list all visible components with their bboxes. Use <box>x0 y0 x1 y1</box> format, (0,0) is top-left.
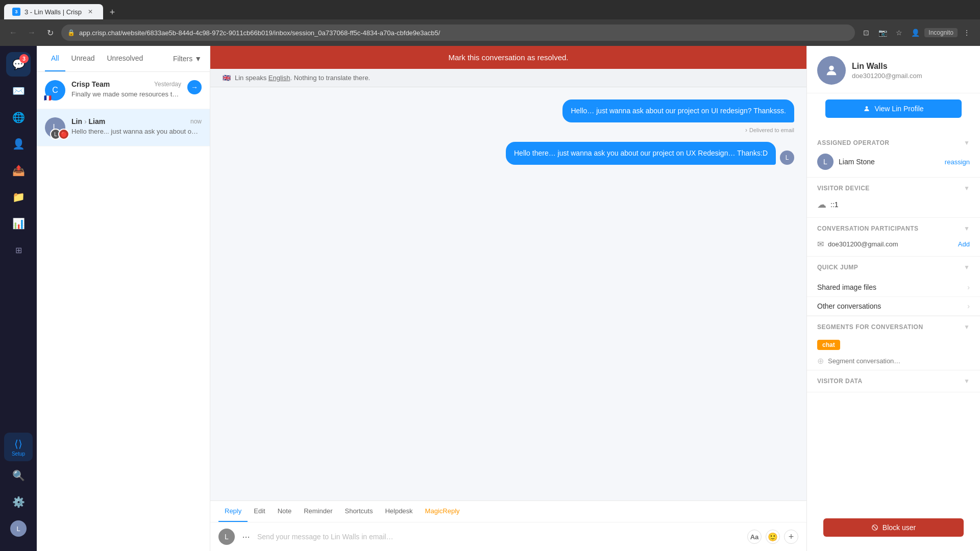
conv-action-btn-crisp[interactable]: → <box>187 80 202 94</box>
reply-tab-magicreply[interactable]: MagicReply <box>419 501 466 522</box>
tab-close-button[interactable]: ✕ <box>86 7 95 16</box>
reply-input[interactable] <box>257 533 741 541</box>
visitor-device-section: VISITOR DEVICE ▼ ☁ ::1 <box>807 178 980 218</box>
sidebar-item-analytics[interactable]: 📊 <box>6 211 31 236</box>
conv-operators: L 🔴 <box>50 129 69 140</box>
sidebar-item-globe[interactable]: 🌐 <box>6 105 31 130</box>
visitor-data-chevron-icon: ▼ <box>964 378 970 385</box>
font-button[interactable]: Aa <box>747 530 762 544</box>
setup-icon: ⟨⟩ <box>14 438 22 450</box>
conv-name-lin: Lin › Liam <box>71 117 105 126</box>
reply-tab-helpdesk[interactable]: Helpdesk <box>379 501 419 522</box>
sidebar-item-send[interactable]: 📤 <box>6 158 31 183</box>
sidebar-item-compose[interactable]: ✉️ <box>6 79 31 103</box>
search-icon: 🔍 <box>12 469 25 482</box>
tab-bar: 3 3 - Lin Walls | Crisp ✕ + <box>0 0 980 19</box>
sidebar-item-search[interactable]: 🔍 <box>6 463 31 488</box>
block-user-button[interactable]: Block user <box>823 518 964 537</box>
bookmark-icon[interactable]: ☆ <box>892 26 906 40</box>
conv-content-lin: Lin › Liam now Hello there... just wanna… <box>71 117 202 135</box>
reply-tab-shortcuts[interactable]: Shortcuts <box>338 501 379 522</box>
conversation-participants-header[interactable]: CONVERSATION PARTICIPANTS ▼ <box>807 218 980 239</box>
profile-info: Lin Walls doe301200@gmail.com <box>852 62 970 80</box>
sidebar-item-plugins[interactable]: ⊞ <box>6 238 31 262</box>
svg-line-3 <box>873 525 877 530</box>
conversation-participants-section: CONVERSATION PARTICIPANTS ▼ ✉ doe301200@… <box>807 218 980 257</box>
conversation-item-lin[interactable]: L L 🔴 Lin › Liam now Hello there... just… <box>37 109 210 146</box>
conversation-participants-body: ✉ doe301200@gmail.com Add <box>807 239 980 256</box>
filters-label: Filters <box>173 55 192 63</box>
segments-section: SEGMENTS FOR CONVERSATION ▼ chat ⊕ <box>807 316 980 370</box>
sidebar-item-files[interactable]: 📁 <box>6 185 31 209</box>
visitor-data-header[interactable]: VISITOR DATA ▼ <box>807 370 980 392</box>
sidebar-item-inbox[interactable]: 💬 3 <box>6 52 31 77</box>
assigned-operator-header[interactable]: ASSIGNED OPERATOR ▼ <box>807 132 980 154</box>
forward-button[interactable]: → <box>24 26 39 40</box>
quick-jump-header[interactable]: QUICK JUMP ▼ <box>807 257 980 278</box>
reply-tab-reminder[interactable]: Reminder <box>298 501 338 522</box>
files-icon: 📁 <box>12 191 25 203</box>
sidebar-nav: 💬 3 ✉️ 🌐 👤 📤 📁 📊 ⊞ ⟨⟩ Setup <box>0 46 37 551</box>
quick-jump-item-shared-images[interactable]: Shared image files › <box>807 278 980 297</box>
back-button[interactable]: ← <box>6 26 20 40</box>
conversation-item-crisp-team[interactable]: C 🇫🇷 Crisp Team Yesterday Finally we mad… <box>37 72 210 109</box>
segments-header[interactable]: SEGMENTS FOR CONVERSATION ▼ <box>807 316 980 338</box>
sidebar-item-contacts[interactable]: 👤 <box>6 132 31 156</box>
active-tab[interactable]: 3 3 - Lin Walls | Crisp ✕ <box>4 4 103 19</box>
reload-button[interactable]: ↻ <box>43 26 57 40</box>
filters-button[interactable]: Filters ▼ <box>173 46 202 71</box>
url-text: app.crisp.chat/website/6833ae5b-844d-4c9… <box>79 29 849 37</box>
new-tab-button[interactable]: + <box>105 5 119 19</box>
nav-icons-right: ⊡ 📷 ☆ 👤 Incognito ⋮ <box>859 26 974 40</box>
email-icon: ✉ <box>817 239 824 249</box>
participants-row: ✉ doe301200@gmail.com Add <box>817 239 970 249</box>
device-row: ☁ ::1 <box>817 199 970 210</box>
tab-unresolved[interactable]: Unresolved <box>101 46 149 71</box>
screenshot-icon[interactable]: 📷 <box>875 26 890 40</box>
delivered-arrow: › <box>745 127 747 134</box>
tab-unread[interactable]: Unread <box>65 46 101 71</box>
cast-icon[interactable]: ⊡ <box>859 26 873 40</box>
reply-tab-reply[interactable]: Reply <box>218 501 248 522</box>
emoji-button[interactable]: 🙂 <box>766 530 780 544</box>
quick-jump-item-other-conversations[interactable]: Other conversations › <box>807 297 980 316</box>
address-bar[interactable]: 🔒 app.crisp.chat/website/6833ae5b-844d-4… <box>61 24 855 41</box>
view-profile-button[interactable]: View Lin Profile <box>825 99 962 118</box>
add-participant-button[interactable]: Add <box>958 240 970 248</box>
language-flag: 🇬🇧 <box>223 74 231 82</box>
cloud-icon: ☁ <box>817 199 826 210</box>
visitor-device-chevron-icon: ▼ <box>964 185 970 192</box>
menu-button[interactable]: ⋮ <box>960 26 974 40</box>
tab-all[interactable]: All <box>45 46 65 71</box>
sidebar-item-settings[interactable]: ⚙️ <box>6 490 31 514</box>
conversations-panel: All Unread Unresolved Filters ▼ C 🇫🇷 Cri… <box>37 46 210 551</box>
quick-jump-title: QUICK JUMP <box>817 264 858 271</box>
resolve-banner[interactable]: Mark this conversation as resolved. <box>210 46 806 69</box>
conv-content-crisp: Crisp Team Yesterday Finally we made som… <box>71 80 181 98</box>
settings-icon: ⚙️ <box>12 496 25 508</box>
operator-name: Liam Stone <box>839 158 940 166</box>
conv-time-lin: now <box>190 118 202 125</box>
reply-tab-edit[interactable]: Edit <box>248 501 271 522</box>
device-label: ::1 <box>830 201 839 209</box>
sidebar-item-setup[interactable]: ⟨⟩ Setup <box>4 433 33 461</box>
profile-icon[interactable]: 👤 <box>908 26 922 40</box>
user-profile-bottom[interactable]: L <box>6 516 31 541</box>
segment-input-row: ⊕ <box>807 352 980 370</box>
segment-input[interactable] <box>828 357 970 365</box>
globe-icon: 🌐 <box>12 111 25 123</box>
plugins-icon: ⊞ <box>15 245 22 255</box>
participant-email: doe301200@gmail.com <box>828 240 898 248</box>
operator-mini-avatar: L <box>780 151 794 165</box>
reply-input-row: L ··· Aa 🙂 + <box>210 522 806 551</box>
reply-tab-note[interactable]: Note <box>272 501 298 522</box>
filters-chevron-icon: ▼ <box>194 55 202 63</box>
reassign-link[interactable]: reassign <box>945 158 970 166</box>
more-options-button[interactable]: ··· <box>239 530 253 544</box>
operator-avatar-2: 🔴 <box>58 129 69 140</box>
visitor-device-header[interactable]: VISITOR DEVICE ▼ <box>807 178 980 199</box>
assigned-operator-body: L Liam Stone reassign <box>807 154 980 177</box>
attach-button[interactable]: + <box>784 530 798 544</box>
block-user-label: Block user <box>883 523 916 532</box>
tab-title: 3 - Lin Walls | Crisp <box>24 8 82 16</box>
